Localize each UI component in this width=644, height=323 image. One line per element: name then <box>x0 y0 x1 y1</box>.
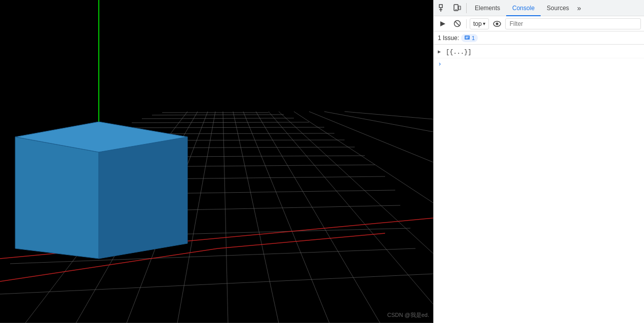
svg-rect-39 <box>439 5 442 8</box>
console-prompt-line[interactable]: › <box>434 58 644 69</box>
filter-input[interactable] <box>505 18 641 29</box>
three-canvas-area: CSDN @我是ed. <box>0 0 433 323</box>
issues-bar: 1 Issue: 1 <box>434 31 644 45</box>
clear-console-button[interactable] <box>437 18 449 30</box>
issues-badge-icon <box>464 34 470 42</box>
block-button[interactable] <box>451 18 463 30</box>
console-entry-text-object: [{...}] <box>446 48 471 57</box>
svg-marker-45 <box>440 21 445 26</box>
svg-point-49 <box>496 22 498 25</box>
eye-button[interactable] <box>491 18 503 30</box>
issues-text: 1 Issue: <box>438 34 459 42</box>
issues-badge[interactable]: 1 <box>461 34 478 42</box>
tab-bar-separator <box>466 3 467 13</box>
inspect-icon-button[interactable] <box>436 1 450 15</box>
tab-more-button[interactable]: » <box>575 4 583 12</box>
three-scene-svg <box>0 0 433 323</box>
devtools-panel: Elements Console Sources » top ▾ <box>433 0 644 323</box>
svg-rect-50 <box>465 35 470 40</box>
svg-line-47 <box>455 21 460 26</box>
expand-arrow-object[interactable]: ▶ <box>438 48 444 57</box>
svg-marker-36 <box>15 137 99 259</box>
devtools-tab-bar: Elements Console Sources » <box>434 0 644 16</box>
tab-console[interactable]: Console <box>506 0 541 16</box>
watermark: CSDN @我是ed. <box>387 311 429 319</box>
toolbar-sep-1 <box>466 19 467 28</box>
console-content: ▶ [{...}] › <box>434 45 644 323</box>
tab-elements[interactable]: Elements <box>469 0 506 16</box>
console-entry-object[interactable]: ▶ [{...}] <box>434 47 644 58</box>
context-selector[interactable]: top ▾ <box>470 18 489 29</box>
tab-sources[interactable]: Sources <box>541 0 575 16</box>
device-toggle-button[interactable] <box>450 1 464 15</box>
svg-marker-37 <box>99 137 187 259</box>
svg-rect-43 <box>459 6 461 10</box>
console-toolbar: top ▾ <box>434 16 644 31</box>
prompt-arrow-icon: › <box>438 60 442 68</box>
